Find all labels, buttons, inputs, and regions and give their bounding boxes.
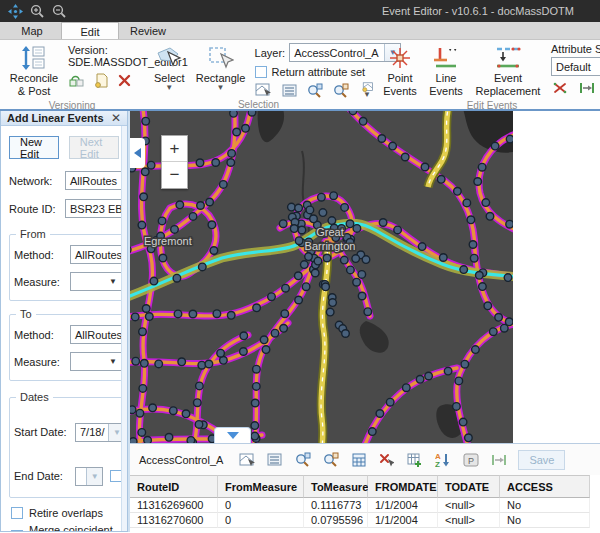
event-point[interactable]	[425, 372, 433, 380]
event-point[interactable]	[159, 254, 167, 262]
event-point[interactable]	[194, 399, 202, 407]
event-point[interactable]	[280, 325, 288, 333]
event-point[interactable]	[362, 256, 370, 264]
column-header[interactable]: FROMDATE	[368, 475, 438, 498]
event-point[interactable]	[206, 198, 214, 206]
event-point[interactable]	[329, 299, 337, 307]
event-point[interactable]	[505, 318, 513, 326]
event-point[interactable]	[476, 272, 484, 280]
tab-map[interactable]: Map	[3, 22, 61, 39]
event-point[interactable]	[349, 111, 357, 115]
event-point[interactable]	[131, 313, 139, 321]
sort-az-icon[interactable]: AZ	[434, 452, 451, 468]
event-point[interactable]	[495, 314, 503, 322]
event-point[interactable]	[461, 360, 469, 368]
event-point[interactable]	[376, 410, 384, 418]
event-point[interactable]	[470, 254, 478, 262]
to-measure-input[interactable]: ▼	[70, 352, 122, 371]
event-point[interactable]	[453, 403, 461, 411]
event-point[interactable]	[210, 247, 218, 255]
event-point[interactable]	[364, 308, 372, 316]
event-point[interactable]	[386, 398, 394, 406]
extend-selected-icon[interactable]	[490, 452, 507, 468]
event-point[interactable]	[295, 272, 303, 280]
page-setup-icon[interactable]: P	[462, 452, 479, 468]
new-edit-button[interactable]: New Edit	[9, 136, 59, 159]
event-point[interactable]	[227, 159, 235, 167]
event-point[interactable]	[136, 409, 144, 417]
show-selected-records-icon[interactable]	[266, 452, 283, 468]
event-point[interactable]	[282, 284, 290, 292]
new-version-icon[interactable]	[92, 72, 109, 88]
return-attribute-set-checkbox[interactable]	[255, 66, 267, 78]
event-point[interactable]	[187, 437, 195, 443]
route-id-select[interactable]: BSR23 EB ▼	[65, 199, 128, 218]
event-point[interactable]	[369, 428, 377, 436]
event-point[interactable]	[130, 438, 137, 443]
event-point[interactable]	[328, 217, 336, 225]
event-point[interactable]	[253, 304, 261, 312]
event-point[interactable]	[389, 142, 397, 150]
map-zoom-out-button[interactable]: −	[162, 162, 187, 188]
event-point[interactable]	[379, 219, 387, 227]
split-event-icon[interactable]	[551, 80, 568, 96]
event-point[interactable]	[253, 383, 261, 391]
event-point[interactable]	[196, 159, 204, 167]
line-events-button[interactable]: Line Events	[425, 42, 467, 99]
event-point[interactable]	[472, 346, 480, 354]
event-point[interactable]	[158, 217, 166, 225]
pan-to-selection-icon[interactable]	[333, 82, 350, 98]
event-point[interactable]	[403, 384, 411, 392]
event-point[interactable]	[491, 142, 499, 150]
tab-review[interactable]: Review	[119, 22, 177, 39]
event-point[interactable]	[155, 360, 163, 368]
event-point[interactable]	[251, 422, 259, 430]
event-point[interactable]	[176, 201, 184, 209]
event-point[interactable]	[173, 274, 181, 282]
map-zoom-in-button[interactable]: +	[162, 136, 187, 162]
event-point[interactable]	[465, 434, 473, 442]
event-point[interactable]	[279, 220, 287, 228]
event-point[interactable]	[197, 202, 205, 210]
map-view[interactable]: EgremontGreatBarrington + −	[130, 111, 513, 443]
event-point[interactable]	[353, 278, 361, 286]
option-checkbox[interactable]	[11, 530, 23, 532]
event-point[interactable]	[311, 269, 319, 277]
event-point[interactable]	[323, 254, 331, 262]
event-point[interactable]	[474, 178, 482, 186]
event-point[interactable]	[298, 226, 306, 234]
event-replacement-button[interactable]: Event Replacement	[471, 42, 545, 99]
column-header[interactable]: TODATE	[438, 475, 500, 498]
tab-edit[interactable]: Edit	[61, 22, 119, 39]
event-point[interactable]	[301, 261, 309, 269]
event-point[interactable]	[139, 385, 147, 393]
event-point[interactable]	[482, 199, 490, 207]
selection-list-icon[interactable]	[281, 82, 298, 98]
event-point[interactable]	[290, 225, 298, 233]
event-point[interactable]	[140, 193, 148, 201]
column-header[interactable]: ACCESS	[500, 475, 590, 498]
to-unit-select[interactable]: Miles ▼	[126, 352, 128, 371]
collapse-table-button[interactable]	[214, 427, 251, 443]
event-point[interactable]	[260, 336, 268, 344]
table-row[interactable]: 1131626960000.11167731/1/2004<null>No	[130, 498, 600, 513]
event-point[interactable]	[150, 277, 158, 285]
event-point[interactable]	[347, 266, 355, 274]
zoom-in-icon[interactable]	[28, 3, 46, 19]
column-header[interactable]: ToMeasure	[304, 475, 368, 498]
event-point[interactable]	[144, 437, 152, 444]
zoom-to-selection-icon[interactable]	[307, 82, 324, 98]
event-point[interactable]	[220, 181, 228, 189]
event-point[interactable]	[437, 176, 445, 184]
event-point[interactable]	[421, 163, 429, 171]
event-point[interactable]	[195, 421, 203, 429]
event-point[interactable]	[253, 365, 261, 373]
event-point[interactable]	[141, 168, 149, 176]
event-point[interactable]	[178, 358, 186, 366]
event-point[interactable]	[268, 293, 276, 301]
column-header[interactable]: FromMeasure	[218, 475, 304, 498]
column-header[interactable]: RouteID	[130, 475, 218, 498]
event-point[interactable]	[330, 192, 338, 200]
event-point[interactable]	[170, 407, 178, 415]
end-date-input[interactable]: ▼	[75, 467, 103, 486]
